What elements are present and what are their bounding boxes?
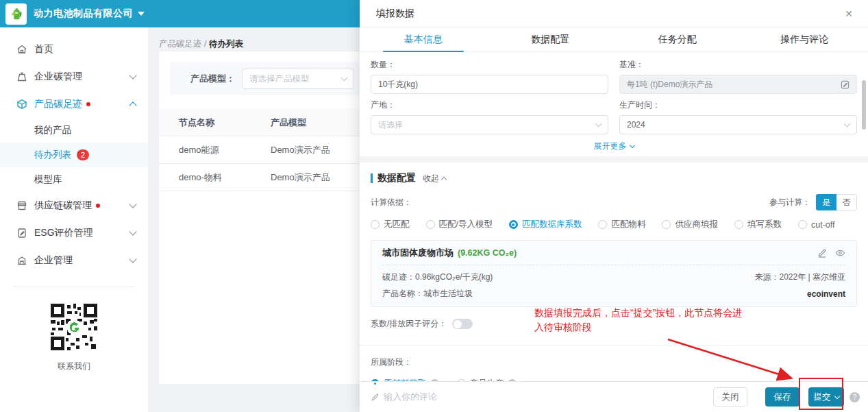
tab-task-assignment[interactable]: 任务分配	[614, 27, 741, 51]
chevron-down-icon	[129, 71, 136, 79]
chevron-up-icon	[129, 101, 136, 109]
production-time-select[interactable]: 2024	[619, 115, 857, 134]
sidebar-item-label: 供应链碳管理	[34, 199, 92, 212]
drawer-tabs: 基本信息 数据配置 任务分配 操作与评论	[360, 27, 868, 52]
battery-leaf-icon	[9, 6, 24, 21]
sidebar-item-model-library[interactable]: 模型库	[0, 167, 148, 192]
pencil-icon	[371, 393, 380, 402]
document-edit-icon	[16, 228, 27, 239]
drawer-title: 填报数据	[376, 8, 414, 20]
tab-basic-info[interactable]: 基本信息	[360, 27, 487, 51]
drawer-footer: 输入你的评论 关闭 保存 提交 ?	[360, 381, 868, 412]
sidebar-item-label: 企业碳管理	[34, 71, 82, 83]
cube-icon	[16, 99, 27, 110]
radio-match-material[interactable]: 匹配物料	[598, 219, 645, 230]
section-separator	[360, 156, 868, 162]
building-icon	[16, 255, 27, 266]
factor-product-name: 产品名称：城市生活垃圾	[382, 288, 473, 300]
sidebar-item-todo-list[interactable]: 待办列表 2	[0, 143, 148, 167]
fill-data-drawer: 填报数据 ✕ 基本信息 数据配置 任务分配 操作与评论 数量： 10千克(kg)…	[360, 0, 868, 412]
todo-count-badge: 2	[77, 149, 89, 160]
participate-toggle: 是 否	[816, 194, 857, 210]
match-mode-radio-group: 无匹配 匹配/导入模型 匹配数据库系数 匹配物料 供应商填报 填写系数 cut-…	[371, 219, 857, 230]
sidebar-item-product-footprint[interactable]: 产品碳足迹	[0, 90, 148, 118]
expand-more-link[interactable]: 展开更多	[371, 140, 857, 152]
drawer-header: 填报数据 ✕	[360, 0, 868, 27]
tab-operations-comments[interactable]: 操作与评论	[741, 27, 868, 51]
radio-no-match[interactable]: 无匹配	[371, 219, 410, 230]
edit-pencil-icon[interactable]	[817, 248, 827, 258]
sidebar-item-label: ESG评价管理	[34, 227, 93, 239]
close-icon[interactable]: ✕	[845, 8, 853, 19]
sidebar-item-label: 我的产品	[34, 124, 71, 136]
participate-no-button[interactable]: 否	[836, 194, 857, 210]
radio-supplier-fill[interactable]: 供应商填报	[662, 219, 718, 230]
factor-score-toggle[interactable]	[452, 319, 473, 329]
sidebar-item-home[interactable]: 首页	[0, 36, 148, 63]
factor-source: 来源：2022年 | 塞尔维亚	[755, 271, 845, 283]
divider	[360, 345, 868, 346]
edit-square-icon[interactable]	[841, 80, 850, 89]
factor-title: 城市固体废物市场	[382, 247, 454, 259]
radio-fill-factor[interactable]: 填写系数	[734, 219, 782, 230]
collapse-link[interactable]: 收起	[423, 173, 446, 184]
sidebar: 首页 企业碳管理 产品碳足迹 我的产品 待办列表 2 模型库	[0, 27, 148, 412]
sidebar-item-enterprise-management[interactable]: 企业管理	[0, 247, 148, 274]
close-button[interactable]: 关闭	[713, 387, 747, 407]
sidebar-item-enterprise-carbon[interactable]: 企业碳管理	[0, 63, 148, 90]
sidebar-item-esg-management[interactable]: ESG评价管理	[0, 219, 148, 247]
company-name[interactable]: 动力电池制品有限公司	[34, 8, 133, 20]
annotation-note: 数据填报完成后，点击“提交”按钮，此节点将会进 入待审核阶段	[534, 306, 862, 335]
breadcrumb-section[interactable]: 产品碳足迹	[159, 39, 202, 49]
participate-yes-button[interactable]: 是	[816, 194, 836, 210]
calc-basis-label: 计算依据：	[371, 197, 412, 208]
cell-node-name: demo能源	[159, 144, 271, 156]
help-float-icon[interactable]: ?	[850, 392, 860, 402]
matched-factor-card: 城市固体废物市场 (9.62KG CO₂e) 碳足迹：0.96kgCO₂e/千克…	[371, 240, 857, 307]
tab-data-config[interactable]: 数据配置	[487, 27, 615, 51]
baseline-field: 每1吨 (t)Demo演示产品	[619, 75, 857, 94]
radio-cut-off[interactable]: cut-off	[798, 220, 835, 230]
product-model-select[interactable]: 请选择产品模型	[242, 69, 354, 89]
production-time-label: 生产时间：	[619, 99, 857, 111]
sidebar-item-label: 产品碳足迹	[34, 98, 82, 110]
notification-dot	[96, 204, 100, 208]
stage-label: 所属阶段：	[371, 356, 857, 368]
chevron-down-icon	[129, 200, 136, 208]
baseline-label: 基准：	[619, 59, 857, 71]
drawer-body: 数量： 10千克(kg) 基准： 每1吨 (t)Demo演示产品 产地： 请选择…	[360, 52, 868, 389]
submit-button[interactable]: 提交	[808, 387, 844, 407]
chevron-down-icon	[595, 121, 602, 128]
breadcrumb-current: 待办列表	[209, 39, 243, 49]
product-model-filter-label: 产品模型：	[190, 73, 235, 85]
carbon-footprint-value: 碳足迹：0.96kgCO₂e/千克(kg)	[382, 271, 493, 283]
sidebar-item-my-products[interactable]: 我的产品	[0, 118, 148, 143]
section-accent-bar	[371, 173, 373, 183]
radio-match-database-factor[interactable]: 匹配数据库系数	[509, 219, 582, 230]
select-placeholder: 请选择产品模型	[249, 73, 342, 85]
origin-label: 产地：	[371, 99, 608, 111]
chevron-up-icon	[441, 176, 447, 182]
participate-label: 参与计算：	[769, 197, 810, 208]
sidebar-item-label: 待办列表	[34, 149, 71, 161]
comment-placeholder: 输入你的评论	[384, 391, 437, 403]
quantity-input[interactable]: 10千克(kg)	[371, 75, 608, 94]
factor-emission-value: (9.62KG CO₂e)	[458, 248, 517, 258]
cell-node-name: demo-物料	[159, 171, 271, 184]
origin-select[interactable]: 请选择	[371, 115, 608, 134]
notification-dot	[86, 102, 90, 106]
sidebar-item-label: 企业管理	[34, 254, 73, 267]
comment-input[interactable]: 输入你的评论	[371, 391, 437, 403]
company-caret-down-icon[interactable]	[138, 12, 145, 16]
contact-us-label: 联系我们	[0, 361, 148, 372]
radio-match-import-model[interactable]: 匹配/导入模型	[426, 219, 493, 230]
save-button[interactable]: 保存	[765, 387, 799, 407]
shop-icon	[16, 200, 27, 211]
home-icon	[16, 44, 27, 55]
sidebar-item-supply-chain-carbon[interactable]: 供应链碳管理	[0, 192, 148, 219]
view-eye-icon[interactable]	[835, 248, 845, 258]
scale-icon	[16, 71, 27, 82]
sidebar-item-label: 模型库	[34, 173, 62, 186]
drawer-scrollbar[interactable]	[862, 80, 866, 130]
sidebar-divider	[14, 287, 134, 287]
